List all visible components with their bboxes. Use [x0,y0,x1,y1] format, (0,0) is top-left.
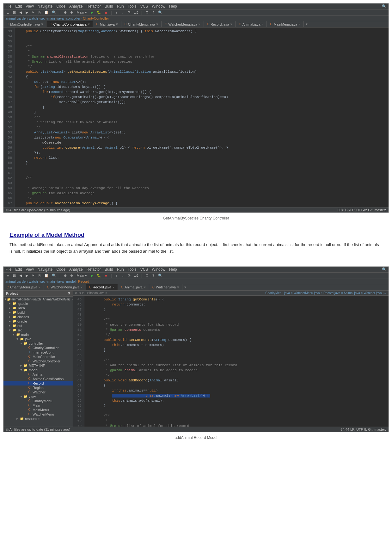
tree-mainmenu[interactable]: C MainMenu [3,408,73,412]
tabs-overflow[interactable]: ▾ [304,21,309,27]
b-menu-help[interactable]: Help [169,267,177,272]
b-breadcrumb-project[interactable]: animal-garden-watch [5,280,38,283]
menu-edit[interactable]: Edit [15,4,22,9]
b-breadcrumb-src[interactable]: src [40,280,45,283]
b-tab-record[interactable]: C Record.java × [86,284,118,290]
b-toolbar-btn-search[interactable]: 🔍 [51,273,57,278]
toolbar-btn-back[interactable]: ⊕ [63,10,68,15]
toolbar-btn-settings[interactable]: ⚙ [144,10,150,15]
b-toolbar-btn-back[interactable]: ⊕ [63,273,68,278]
b-toolbar-btn-cut[interactable]: ✂ [31,273,36,278]
b-toolbar-btn-3[interactable]: ◀ [18,273,23,278]
toolbar-btn-stop[interactable]: ■ [103,10,108,15]
b-breadcrumb-main[interactable]: main [47,280,55,283]
toolbar-btn-vcs1[interactable]: ↑ [114,10,119,15]
tab-close-charitymenu[interactable]: × [156,22,158,26]
b-toolbar-btn-vcs1[interactable]: ↑ [114,273,119,278]
b-breadcrumb-file[interactable]: Record [78,280,89,283]
tab-animal[interactable]: C Animal.java × [236,21,267,27]
tab-maincontroller[interactable]: C MainController.java × [3,21,46,27]
breadcrumb-src[interactable]: src [40,16,45,20]
tree-root[interactable]: ▼ 📁 animal-garden-watch [AnimalWatcherGa… [3,297,73,301]
toolbar-btn-copy[interactable]: ⎘ [37,10,42,15]
toolbar-btn-fwd[interactable]: ⊖ [69,10,74,15]
menu-window[interactable]: Window [152,4,165,9]
b-menu-tools[interactable]: Tools [128,267,137,272]
b-tab-close-watcher[interactable]: × [177,286,179,289]
tree-main[interactable]: ▼ 📁 main [3,332,73,337]
toolbar-btn-paste[interactable]: 📋 [43,10,50,15]
menu-run[interactable]: Run [117,4,124,9]
b-toolbar-btn-vcs4[interactable]: ⎇ [133,273,139,278]
tab-close-charitycontroller[interactable]: × [88,22,90,26]
tree-record[interactable]: C Record [3,381,73,385]
menu-view[interactable]: View [26,4,34,9]
toolbar-btn-vcs2[interactable]: ↓ [120,10,126,15]
toolbar-btn-vcs3[interactable]: ⟳ [127,10,132,15]
b-menu-window[interactable]: Window [152,267,165,272]
b-toolbar-btn-stop[interactable]: ■ [103,273,108,278]
tab-watchermenu[interactable]: C WatcherMenu.java × [162,21,204,27]
tree-controller[interactable]: ▼ 📁 controller [3,341,73,346]
toolbar-btn-3[interactable]: ◀ [18,10,23,15]
tree-watchermenu[interactable]: C WatcherMenu [3,412,73,416]
menu-build[interactable]: Build [105,4,113,9]
tab-charitycontroller[interactable]: C CharityController.java × [46,21,93,27]
tree-maincontroller[interactable]: C MainController [3,355,73,359]
menu-tools[interactable]: Tools [128,4,137,9]
toolbar-btn-find[interactable]: 🔍 [157,10,163,15]
toolbar-btn-2[interactable]: ⊡ [12,10,17,15]
menu-help[interactable]: Help [169,4,177,9]
tree-region[interactable]: C Region [3,385,73,390]
b-menu-run[interactable]: Run [117,267,124,272]
b-tabs-overflow[interactable]: ▾ [182,284,188,290]
b-toolbar-btn-settings[interactable]: ⚙ [144,273,150,278]
b-toolbar-btn-4[interactable]: ▶ [24,273,29,278]
b-tab-animal[interactable]: C Animal.java × [118,284,149,290]
menu-analyze[interactable]: Analyze [69,4,83,9]
toolbar-btn-1[interactable]: ≡ [5,10,10,15]
toolbar-btn-run[interactable]: ▶ [89,10,95,15]
b-tab-close-watchermenu[interactable]: × [81,286,83,289]
tab-close-watchermenu[interactable]: × [199,22,200,26]
b-toolbar-btn-copy[interactable]: ⎘ [37,273,42,278]
b-menu-file[interactable]: File [5,267,11,272]
menu-code[interactable]: Code [56,4,65,9]
b-menu-build[interactable]: Build [105,267,113,272]
tree-src[interactable]: ▼ 📁 src [3,328,73,332]
tree-classes[interactable]: ► 📁 classes [3,315,73,319]
menu-vcs[interactable]: VCS [140,4,148,9]
tab-close-record[interactable]: × [230,22,232,26]
b-toolbar-btn-vcs3[interactable]: ⟳ [127,273,132,278]
b-toolbar-btn-1[interactable]: ≡ [5,273,10,278]
b-toolbar-btn-paste[interactable]: 📋 [43,273,50,278]
b-tab-watchermenu[interactable]: C WatcherMenu.java × [44,284,86,290]
tab-record[interactable]: C Record.java × [204,21,236,27]
toolbar-btn-cut[interactable]: ✂ [31,10,36,15]
b-toolbar-btn-find[interactable]: 🔍 [157,273,163,278]
b-menu-vcs[interactable]: VCS [140,267,148,272]
tree-animal[interactable]: C Animal [3,372,73,377]
b-toolbar-btn-vcs2[interactable]: ↓ [120,273,126,278]
b-tab-watcher[interactable]: C Watcher.java × [149,284,182,290]
b-toolbar-btn-2[interactable]: ⊡ [12,273,17,278]
b-menu-navigate[interactable]: Navigate [38,267,52,272]
b-toolbar-btn-help[interactable]: ? [151,273,156,278]
b-tab-close-animal[interactable]: × [144,286,146,289]
toolbar-btn-help[interactable]: ? [151,10,156,15]
tree-metainf[interactable]: ► 📁 META-INF [3,363,73,368]
tree-watchercontroller[interactable]: C WatcherController [3,359,73,363]
tree-watcher[interactable]: C Watcher [3,390,73,394]
breadcrumb-java[interactable]: java [57,16,64,20]
tab-close-main[interactable]: × [116,22,118,26]
tree-charitycontroller[interactable]: C CharityController [3,346,73,350]
b-tab-charitymenu[interactable]: C CharityMenu.java × [3,284,44,290]
tree-out[interactable]: ► 📁 out [3,324,73,328]
breadcrumb-file[interactable]: CharityController [83,16,109,20]
tree-view[interactable]: ▼ 📁 view [3,394,73,399]
b-tab-close-charitymenu[interactable]: × [39,286,40,289]
menu-refactor[interactable]: Refactor [87,4,101,9]
b-menu-refactor[interactable]: Refactor [87,267,101,272]
tree-build[interactable]: ► 📁 build [3,310,73,315]
breadcrumb-project[interactable]: animal-garden-watch [5,16,38,20]
